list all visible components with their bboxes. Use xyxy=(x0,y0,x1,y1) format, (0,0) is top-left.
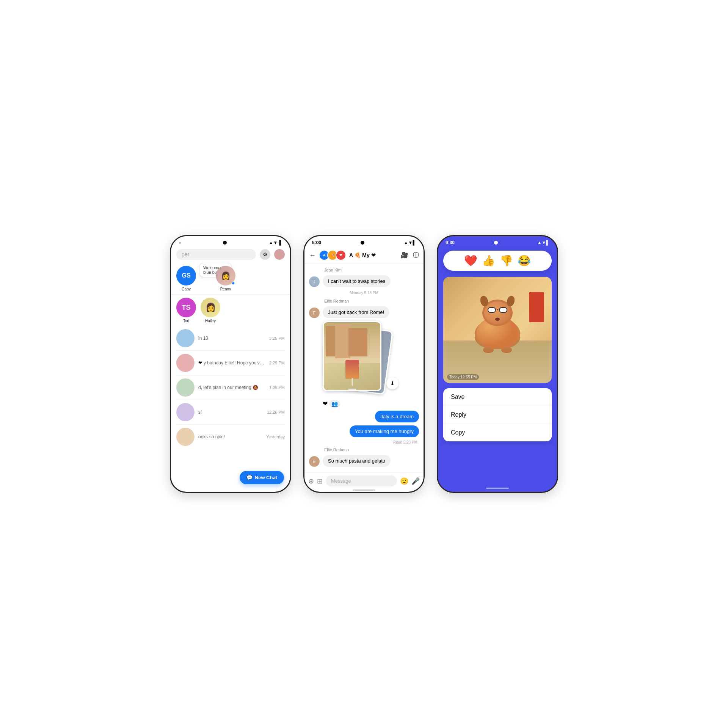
stories-row-2: TS Tori 👩 Hailey xyxy=(171,295,290,326)
heart-reaction: ❤ xyxy=(323,400,328,408)
gallery-icon[interactable]: ⊞ xyxy=(317,477,323,485)
user-avatar[interactable] xyxy=(274,249,285,260)
chat-info-3: d, let's plan in our meeting 🔕 xyxy=(198,385,265,390)
scene: ● ▲▼ ▌ per ⚙ GS Wel xyxy=(0,0,728,728)
chat-preview-2: y birthday Ellie!! Hope you've day 🙂 xyxy=(204,360,265,366)
dog-illustration xyxy=(475,318,520,353)
mic-icon[interactable]: 🎤 xyxy=(411,477,420,485)
chat-time-3: 1:08 PM xyxy=(269,385,285,390)
chat-item-3[interactable]: d, let's plan in our meeting 🔕 1:08 PM xyxy=(171,375,290,400)
gaby-avatar: GS xyxy=(176,266,196,286)
messages-area: Jean Kim J I can't wait to swap stories … xyxy=(304,264,424,472)
header-icons: ⚙ xyxy=(260,249,285,260)
message-ellie-2: E So much pasta and gelato xyxy=(309,455,419,467)
dog-sunglasses xyxy=(488,307,507,313)
chat-preview-1: in 10 xyxy=(198,336,265,341)
dog-photo: Today 12:55 PM xyxy=(443,277,552,383)
wifi-icon-3: ▲▼▌ xyxy=(537,240,549,245)
chat-preview-5: ooks so nice! xyxy=(198,434,262,439)
phone2-status-icons: ▲▼▌ xyxy=(404,240,416,245)
story-tori[interactable]: TS Tori xyxy=(176,298,196,323)
phone3-time: 9:30 xyxy=(446,240,455,245)
chat-header-actions: 🎥 ⓘ xyxy=(401,251,419,259)
chat-time-1: 3:25 PM xyxy=(269,336,285,340)
reaction-thumbsup[interactable]: 👍 xyxy=(482,254,495,267)
chat-item-4[interactable]: s! 12:26 PM xyxy=(171,400,290,424)
search-placeholder: per xyxy=(182,251,189,257)
timestamp-monday: Monday 5:18 PM xyxy=(309,291,419,295)
back-button[interactable]: ← xyxy=(309,251,316,259)
ellie-avatar: E xyxy=(309,308,320,318)
photo-timestamp: Today 12:55 PM xyxy=(447,374,479,380)
sender-label-jean: Jean Kim xyxy=(309,268,419,272)
story-penny[interactable]: 👩 Penny xyxy=(216,266,235,291)
chat-time-5: Yesterday xyxy=(266,435,285,439)
chat-time-4: 12:26 PM xyxy=(267,410,285,414)
add-icon[interactable]: ⊕ xyxy=(308,477,314,485)
home-bar xyxy=(353,490,375,491)
phone-2: 5:00 ▲▼▌ ← A 🍕 ❤ A 🍕 My ❤ 🎥 ⓘ xyxy=(303,235,425,493)
message-ellie-1: E Just got back from Rome! xyxy=(309,306,419,318)
new-chat-button[interactable]: 💬 New Chat xyxy=(240,471,284,484)
context-menu-reply[interactable]: Reply xyxy=(443,406,552,424)
phone3-status-bar: 9:30 ▲▼▌ xyxy=(438,236,557,247)
jean-avatar: J xyxy=(309,276,320,287)
reaction-heart[interactable]: ❤️ xyxy=(464,254,477,267)
ellie-avatar-2: E xyxy=(309,456,320,467)
tori-avatar: TS xyxy=(176,298,196,317)
hailey-name: Hailey xyxy=(205,319,216,323)
chat-info-4: s! xyxy=(198,410,263,415)
reactions-bar: ❤ 👥 xyxy=(323,400,419,408)
message-input[interactable]: Message xyxy=(326,475,397,486)
info-icon[interactable]: ⓘ xyxy=(413,251,419,259)
reaction-picker: ❤️ 👍 👎 😂 xyxy=(443,251,552,271)
new-chat-icon: 💬 xyxy=(246,475,253,480)
story-hailey[interactable]: 👩 Hailey xyxy=(201,298,220,323)
reaction-count: 👥 xyxy=(329,400,340,408)
message-sent-1: Italy is a dream xyxy=(309,411,419,422)
chat-item-1[interactable]: in 10 3:25 PM xyxy=(171,326,290,350)
chat-list: in 10 3:25 PM ❤ y birthday Ellie!! Hope … xyxy=(171,326,290,492)
chat-avatar-3 xyxy=(176,378,195,397)
sender-label-ellie: Ellie Redman xyxy=(309,299,419,303)
chat-avatar-2 xyxy=(176,354,195,372)
read-status: Read 5:23 PM xyxy=(309,440,419,444)
phone1-header: per ⚙ xyxy=(171,247,290,263)
download-button[interactable]: ⬇ xyxy=(386,377,399,389)
reaction-thumbsdown[interactable]: 👎 xyxy=(500,254,513,267)
chat-item-2[interactable]: ❤ y birthday Ellie!! Hope you've day 🙂 2… xyxy=(171,351,290,375)
chat-preview-4: s! xyxy=(198,410,263,415)
context-menu-copy[interactable]: Copy xyxy=(443,424,552,441)
phone2-status-bar: 5:00 ▲▼▌ xyxy=(304,236,424,247)
phone2-time: 5:00 xyxy=(312,240,321,245)
video-call-icon[interactable]: 🎥 xyxy=(401,251,408,259)
context-menu-save[interactable]: Save xyxy=(443,388,552,406)
bubble-sent-1: Italy is a dream xyxy=(375,411,419,422)
reaction-laugh[interactable]: 😂 xyxy=(518,254,531,267)
bubble-sent-2: You are making me hungry xyxy=(350,425,419,437)
new-chat-label: New Chat xyxy=(255,475,277,480)
settings-icon[interactable]: ⚙ xyxy=(260,249,270,260)
context-menu: Save Reply Copy xyxy=(443,388,552,441)
chat-header: ← A 🍕 ❤ A 🍕 My ❤ 🎥 ⓘ xyxy=(304,247,424,264)
wifi-icon-2: ▲▼▌ xyxy=(404,240,416,245)
search-bar[interactable]: per xyxy=(176,249,256,260)
phone2-camera xyxy=(361,241,364,245)
penny-name: Penny xyxy=(220,287,231,291)
cocktail-glass xyxy=(335,353,369,390)
message-sent-2: You are making me hungry xyxy=(309,425,419,437)
phone1-time: ● xyxy=(179,240,181,245)
chat-time-2: 2:29 PM xyxy=(269,361,285,365)
bubble-jean: I can't wait to swap stories xyxy=(323,275,391,287)
story-gaby[interactable]: GS Welcome toblue bubbles! Gaby xyxy=(176,266,196,291)
phone-3: 9:30 ▲▼▌ ❤️ 👍 👎 😂 xyxy=(437,235,558,493)
chat-avatar-1 xyxy=(176,329,195,347)
gaby-name: Gaby xyxy=(182,287,191,291)
message-placeholder: Message xyxy=(331,478,351,484)
home-indicator-2 xyxy=(304,490,424,492)
chat-item-5[interactable]: ooks so nice! Yesterday xyxy=(171,425,290,449)
chat-info-2: ❤ y birthday Ellie!! Hope you've day 🙂 xyxy=(198,360,265,366)
message-jean: J I can't wait to swap stories xyxy=(309,275,419,287)
group-chat-name: A 🍕 My ❤ xyxy=(349,252,398,258)
emoji-icon[interactable]: 🙂 xyxy=(400,477,408,485)
